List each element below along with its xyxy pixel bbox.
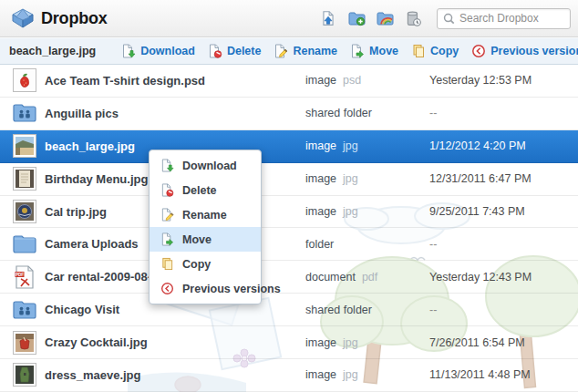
svg-text:PDF: PDF (15, 273, 24, 277)
file-modified: 11/13/2011 4:48 PM (429, 368, 578, 381)
file-thumbnail-menu (13, 167, 36, 191)
menu-item-label: Previous versions (182, 283, 281, 295)
file-kind: image (305, 205, 336, 218)
menu-item-label: Move (182, 233, 212, 246)
menu-item-previous-versions[interactable]: Previous versions (150, 276, 261, 301)
file-kind: image (305, 368, 336, 381)
file-kind: shared folder (305, 107, 372, 119)
file-modified: Yesterday 12:43 PM (429, 271, 578, 284)
menu-item-label: Download (182, 160, 237, 172)
move-button[interactable]: Move (350, 44, 398, 58)
file-name: Anguilla pics (45, 107, 305, 120)
menu-item-copy[interactable]: Copy (150, 252, 261, 276)
show-deleted-files-icon[interactable] (404, 9, 422, 27)
folder-icon (13, 232, 36, 256)
file-row-car-rental[interactable]: PDF Car rental-2009-08-12.pdf documentpd… (0, 261, 578, 294)
menu-item-move[interactable]: Move (150, 227, 261, 252)
menu-item-label: Delete (182, 184, 217, 197)
file-name: Chicago Visit (45, 303, 305, 316)
previous-versions-icon (471, 44, 486, 58)
copy-label: Copy (430, 45, 459, 57)
delete-icon (208, 44, 222, 58)
file-modified: -- (429, 238, 578, 251)
previous-versions-icon (160, 282, 174, 295)
file-modified: Yesterday 12:53 PM (429, 74, 578, 87)
shared-folder-icon (13, 101, 36, 125)
file-thumbnail-dress (13, 363, 36, 387)
rename-icon (160, 208, 174, 222)
menu-item-rename[interactable]: Rename (150, 202, 261, 227)
file-modified: 7/26/2011 6:54 PM (429, 336, 578, 349)
file-modified: 9/25/2011 7:43 PM (429, 205, 578, 218)
file-thumbnail-cal (13, 200, 36, 223)
file-kind: image (305, 336, 336, 349)
file-row-anguilla-pics[interactable]: Anguilla pics shared folder -- (0, 98, 578, 130)
copy-icon (411, 44, 426, 58)
file-modified: -- (429, 107, 578, 119)
dropbox-window: Dropbox (0, 0, 578, 392)
file-modified: -- (429, 304, 578, 316)
download-icon (121, 44, 136, 58)
action-toolbar: beach_large.jpg Download Delete (0, 37, 578, 65)
file-row-ace-team[interactable]: Ace Team T-shirt design.psd imagepsd Yes… (0, 65, 578, 98)
download-label: Download (140, 45, 195, 57)
file-row-camera-uploads[interactable]: Camera Uploads folder -- (0, 228, 578, 261)
file-name: Ace Team T-shirt design.psd (45, 74, 305, 88)
move-icon (160, 232, 174, 246)
file-thumbnail-cocktail (13, 331, 36, 355)
file-thumbnail-beach (13, 134, 36, 158)
file-row-crazy-cocktail[interactable]: Crazy Cocktail.jpg imagejpg 7/26/2011 6:… (0, 326, 578, 359)
menu-item-download[interactable]: Download (150, 153, 261, 178)
file-name: Crazy Cocktail.jpg (45, 335, 305, 349)
file-kind: image (305, 139, 336, 152)
file-row-beach-large-selected[interactable]: beach_large.jpg imagejpg 1/12/2012 4:20 … (0, 130, 578, 163)
file-modified: 1/12/2012 4:20 PM (429, 139, 578, 152)
pdf-file-icon: PDF (13, 265, 36, 289)
search-input[interactable] (459, 12, 564, 25)
rename-icon (274, 44, 288, 58)
delete-button[interactable]: Delete (208, 44, 262, 58)
file-kind: shared folder (305, 304, 372, 316)
rename-label: Rename (293, 45, 337, 57)
search-box[interactable] (437, 8, 571, 29)
file-row-chicago-visit[interactable]: Chicago Visit shared folder -- (0, 294, 578, 326)
header-action-icons (319, 9, 422, 27)
brand-name: Dropbox (41, 9, 108, 28)
move-icon (350, 44, 365, 58)
new-folder-icon[interactable] (347, 9, 366, 27)
delete-label: Delete (227, 45, 262, 57)
app-header: Dropbox (0, 0, 578, 37)
menu-item-delete[interactable]: Delete (150, 178, 261, 202)
file-row-birthday-menu[interactable]: Birthday Menu.jpg imagejpg 12/31/2011 6:… (0, 163, 578, 196)
dropbox-box-icon (11, 7, 35, 29)
download-button[interactable]: Download (121, 44, 195, 58)
file-kind: folder (305, 238, 334, 251)
file-kind: image (305, 172, 336, 185)
selected-file-name: beach_large.jpg (9, 45, 96, 57)
file-kind: image (305, 74, 336, 87)
copy-button[interactable]: Copy (411, 44, 459, 58)
copy-icon (160, 257, 174, 271)
search-icon (443, 13, 455, 25)
move-label: Move (369, 45, 398, 57)
file-row-cal-trip[interactable]: Cal trip.jpg imagejpg 9/25/2011 7:43 PM (0, 196, 578, 229)
file-extension: psd (343, 74, 361, 87)
menu-item-label: Rename (182, 209, 227, 222)
upload-file-icon[interactable] (319, 9, 337, 27)
file-list: Ace Team T-shirt design.psd imagepsd Yes… (0, 65, 578, 392)
file-thumbnail-psd-image (13, 68, 36, 92)
delete-icon (160, 183, 174, 197)
photo-gallery-folder-icon[interactable] (376, 9, 394, 27)
file-modified: 12/31/2011 6:47 PM (429, 172, 578, 185)
previous-versions-button[interactable]: Previous versions (471, 44, 578, 58)
context-menu: Download Delete Rename (149, 150, 262, 304)
download-icon (160, 159, 174, 172)
file-name: dress_maeve.jpg (45, 368, 305, 382)
file-kind: document (305, 271, 356, 284)
file-row-dress-maeve[interactable]: dress_maeve.jpg imagejpg 11/13/2011 4:48… (0, 359, 578, 392)
menu-item-label: Copy (182, 258, 211, 271)
previous-versions-label: Previous versions (490, 45, 578, 57)
shared-folder-icon (13, 298, 36, 322)
rename-button[interactable]: Rename (274, 44, 337, 58)
dropbox-logo[interactable]: Dropbox (11, 7, 108, 29)
